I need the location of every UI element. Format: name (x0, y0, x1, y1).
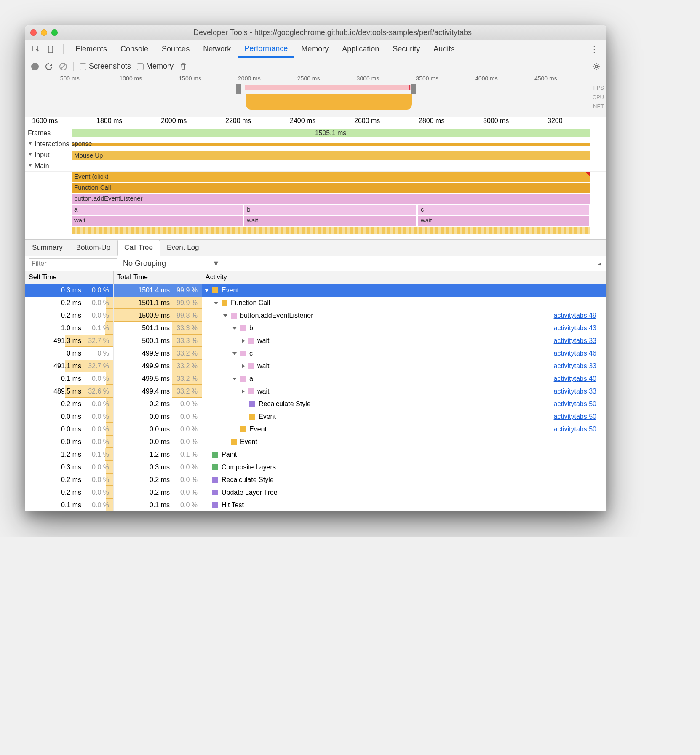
close-icon[interactable] (30, 29, 37, 36)
flame-chart[interactable]: Event (click) Function Call button.addEv… (72, 172, 606, 239)
tree-row[interactable]: 0.0 ms0.0 %0.0 ms0.0 %Eventactivitytabs:… (25, 423, 606, 436)
screenshots-label: Screenshots (89, 62, 131, 71)
devtools-window: Developer Tools - https://googlechrome.g… (25, 25, 606, 511)
activity-name: Paint (222, 451, 237, 458)
tab-performance[interactable]: Performance (238, 40, 294, 58)
tab-memory[interactable]: Memory (294, 40, 335, 58)
activity-name: Function Call (231, 299, 270, 307)
activity-name: a (249, 375, 253, 383)
tree-row[interactable]: 1.0 ms0.1 %501.1 ms33.3 %bactivitytabs:4… (25, 322, 606, 335)
timeline-tick: 2200 ms (225, 117, 251, 125)
tree-row[interactable]: 491.1 ms32.7 %499.9 ms33.2 %waitactivity… (25, 360, 606, 372)
tab-application[interactable]: Application (335, 40, 386, 58)
tree-row[interactable]: 0.1 ms0.0 %499.5 ms33.2 %aactivitytabs:4… (25, 372, 606, 385)
input-track-label[interactable]: ▼Input (25, 150, 72, 161)
timeline-tick: 2000 ms (161, 117, 187, 125)
tab-elements[interactable]: Elements (69, 40, 114, 58)
clear-icon[interactable] (59, 62, 67, 71)
activity-name: Composite Layers (222, 463, 276, 471)
activity-name: Hit Test (222, 501, 244, 509)
screenshots-checkbox[interactable]: Screenshots (80, 62, 131, 71)
pink-activity-icon (248, 338, 254, 344)
timeline-tick: 2400 ms (290, 117, 315, 125)
activity-name: button.addEventListener (240, 312, 313, 319)
timeline-tick: 2800 ms (419, 117, 444, 125)
tree-row[interactable]: 0.2 ms0.0 %0.2 ms0.0 %Recalculate Stylea… (25, 398, 606, 410)
activity-name: Event (259, 413, 276, 420)
overview-chart[interactable]: 500 ms1000 ms1500 ms2000 ms2500 ms3000 m… (25, 75, 606, 117)
col-self-time[interactable]: Self Time (25, 271, 114, 284)
tree-row[interactable]: 0.2 ms0.0 %0.2 ms0.0 %Update Layer Tree (25, 486, 606, 499)
reload-icon[interactable] (45, 62, 53, 71)
source-link[interactable]: activitytabs:33 (554, 388, 596, 395)
tree-row[interactable]: 0.2 ms0.0 %0.2 ms0.0 %Recalculate Style (25, 474, 606, 486)
detail-tab-event-log[interactable]: Event Log (160, 240, 206, 255)
yellow-activity-icon (249, 414, 255, 420)
zoom-icon[interactable] (51, 29, 58, 36)
table-header: Self Time Total Time Activity (25, 271, 606, 284)
source-link[interactable]: activitytabs:33 (554, 337, 596, 345)
call-tree-body: 0.3 ms0.0 %1501.4 ms99.9 %Event0.2 ms0.0… (25, 284, 606, 511)
main-track-label[interactable]: ▼Main (25, 161, 72, 171)
interactions-track-label[interactable]: ▼Interactions (25, 139, 72, 150)
activity-name: Recalculate Style (222, 476, 274, 484)
source-link[interactable]: activitytabs:33 (554, 362, 596, 370)
tab-audits[interactable]: Audits (427, 40, 461, 58)
tree-row[interactable]: 0.1 ms0.0 %0.1 ms0.0 %Hit Test (25, 499, 606, 511)
tree-row[interactable]: 1.2 ms0.1 %1.2 ms0.1 %Paint (25, 448, 606, 461)
tab-sources[interactable]: Sources (155, 40, 196, 58)
tree-row[interactable]: 0.2 ms0.0 %1500.9 ms99.8 %button.addEven… (25, 309, 606, 322)
yellow-activity-icon (240, 426, 246, 432)
source-link[interactable]: activitytabs:50 (554, 400, 596, 408)
inspect-icon[interactable] (32, 45, 40, 54)
device-icon[interactable] (47, 45, 56, 54)
svg-rect-1 (48, 46, 53, 53)
purple-activity-icon (249, 401, 255, 407)
trash-icon[interactable] (179, 63, 187, 70)
source-link[interactable]: activitytabs:49 (554, 312, 596, 319)
activity-name: wait (257, 362, 269, 370)
show-heaviest-icon[interactable]: ◂ (596, 260, 603, 268)
detail-tab-bottom-up[interactable]: Bottom-Up (69, 240, 117, 255)
col-total-time[interactable]: Total Time (114, 271, 202, 284)
grouping-select[interactable]: No Grouping▼ (123, 259, 220, 268)
settings-icon[interactable] (592, 62, 601, 71)
main-tabbar: ElementsConsoleSourcesNetworkPerformance… (25, 40, 606, 58)
tab-console[interactable]: Console (114, 40, 155, 58)
activity-name: Recalculate Style (259, 400, 311, 408)
filter-input[interactable] (29, 258, 117, 269)
tree-row[interactable]: 0.0 ms0.0 %0.0 ms0.0 %Eventactivitytabs:… (25, 410, 606, 423)
frames-track-label: Frames (25, 128, 72, 139)
tree-row[interactable]: 491.3 ms32.7 %500.1 ms33.3 %waitactivity… (25, 335, 606, 347)
source-link[interactable]: activitytabs:43 (554, 324, 596, 332)
source-link[interactable]: activitytabs:50 (554, 413, 596, 420)
svg-point-4 (595, 65, 598, 68)
tree-row[interactable]: 0.0 ms0.0 %0.0 ms0.0 %Event (25, 436, 606, 448)
timeline-tick: 3200 (548, 117, 563, 125)
frame-bar[interactable]: 1505.1 ms (72, 129, 590, 137)
memory-checkbox[interactable]: Memory (137, 62, 174, 71)
minimize-icon[interactable] (41, 29, 47, 36)
tree-row[interactable]: 0.2 ms0.0 %1501.1 ms99.9 %Function Call (25, 297, 606, 309)
tree-row[interactable]: 0.3 ms0.0 %1501.4 ms99.9 %Event (25, 284, 606, 297)
more-icon[interactable]: ⋮ (586, 44, 602, 55)
source-link[interactable]: activitytabs:46 (554, 350, 596, 357)
detail-tab-summary[interactable]: Summary (25, 240, 69, 255)
perf-toolbar: Screenshots Memory (25, 58, 606, 75)
tab-network[interactable]: Network (196, 40, 238, 58)
source-link[interactable]: activitytabs:50 (554, 426, 596, 433)
tab-security[interactable]: Security (386, 40, 427, 58)
activity-name: wait (257, 388, 269, 395)
detail-tab-call-tree[interactable]: Call Tree (117, 240, 160, 256)
col-activity[interactable]: Activity (202, 271, 606, 284)
source-link[interactable]: activitytabs:40 (554, 375, 596, 383)
pink-activity-icon (240, 376, 246, 382)
range-handle-left[interactable] (236, 84, 241, 94)
timeline[interactable]: 1600 ms1800 ms2000 ms2200 ms2400 ms2600 … (25, 117, 606, 239)
tree-row[interactable]: 0 ms0 %499.9 ms33.2 %cactivitytabs:46 (25, 347, 606, 360)
tree-row[interactable]: 0.3 ms0.0 %0.3 ms0.0 %Composite Layers (25, 461, 606, 474)
tree-row[interactable]: 489.5 ms32.6 %499.4 ms33.2 %waitactivity… (25, 385, 606, 398)
titlebar: Developer Tools - https://googlechrome.g… (25, 25, 606, 40)
range-handle-right[interactable] (411, 84, 416, 94)
record-button[interactable] (31, 63, 39, 70)
